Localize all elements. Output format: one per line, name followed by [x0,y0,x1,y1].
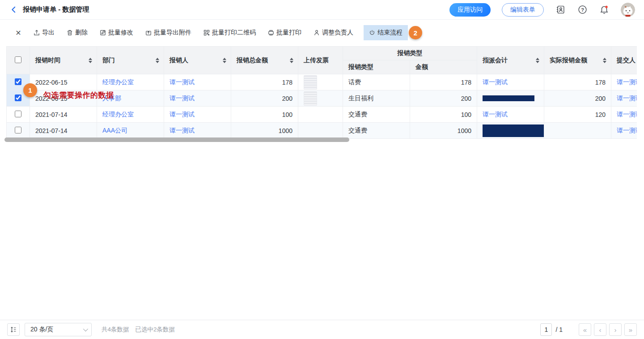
submitter-link[interactable]: 谭一测试 [617,78,637,86]
double-chevron-right-icon: » [629,326,632,333]
bulk-action-toolbar: ✕ 导出 批量修改 删除 批量修改 批量导出附件 批量打印二维码 [0,20,644,46]
cell-amount: 100 [410,107,477,123]
app-access-button[interactable]: 应用访问 [449,3,491,17]
power-icon [369,30,375,36]
last-page-button[interactable]: » [624,323,637,336]
row-checkbox[interactable] [15,78,21,85]
cell-date: 2021-07-14 [30,123,97,139]
submitter-link[interactable]: 谭一测试 [617,94,637,102]
column-header-type: 报销类型 [348,63,373,70]
column-header-amount: 金额 [415,63,428,70]
contacts-icon[interactable] [555,4,566,15]
batch-edit-button[interactable]: 批量修改 [98,25,135,40]
edit-form-button[interactable]: 编辑表单 [502,3,544,17]
total-pages: / 1 [555,326,563,333]
person-link[interactable]: 谭一测试 [169,127,195,134]
column-header-type-group: 报销类型 [398,49,423,56]
person-link[interactable]: 谭一测试 [169,94,195,102]
export-icon [34,30,40,36]
annotation-text: 勾选需要操作的数据 [43,90,114,100]
app-header: 报销申请单 - 数据管理 应用访问 编辑表单 ? [0,0,644,20]
page-title: 报销申请单 - 数据管理 [23,5,89,14]
chevron-left-icon: ‹ [599,326,602,333]
batch-print-button[interactable]: 批量打印 [266,25,303,40]
cell-actual-amount: 120 [544,107,611,123]
redacted-value [483,95,534,101]
chevron-right-icon: › [614,326,617,333]
invoice-thumbnail[interactable] [304,91,317,106]
person-link[interactable]: 谭一测试 [169,78,195,86]
column-header-submitter: 提交人 [617,56,636,64]
print-icon [268,30,274,36]
person-link[interactable]: 谭一测试 [169,111,195,118]
qrcode-icon [203,30,210,36]
submitter-link[interactable]: 谭一测试 [617,127,637,134]
column-header-accountant: 指派会计 [483,56,508,64]
redacted-value [483,124,544,137]
column-header-total-amount: 报销总金额 [237,56,268,64]
close-selection-button[interactable]: ✕ [15,29,22,37]
cell-total-amount: 200 [231,90,298,107]
batch-print-qrcode-button[interactable]: 批量打印二维码 [202,25,258,40]
cell-date: 2022-06-15 [30,74,97,90]
next-page-button[interactable]: › [609,323,622,336]
trash-icon [67,30,73,36]
cell-total-amount: 178 [231,74,298,90]
end-process-button[interactable]: 结束流程 [364,25,408,40]
selected-count: 已选中2条数据 [136,326,175,334]
sort-icon[interactable] [603,58,606,63]
sort-icon[interactable] [290,58,293,63]
column-header-person: 报销人 [169,56,188,64]
double-chevron-left-icon: « [583,326,587,333]
avatar[interactable] [621,3,635,17]
department-link[interactable]: 经理办公室 [102,111,134,118]
batch-export-attachments-button[interactable]: 批量导出附件 [144,25,193,40]
column-header-date: 报销时间 [35,56,60,64]
page-size-select[interactable]: 20 条/页 [25,323,92,336]
cell-date: 2021-07-14 [30,107,97,123]
help-icon[interactable]: ? [577,4,588,15]
department-link[interactable]: AAA公司 [102,127,127,134]
sort-icon[interactable] [89,58,92,63]
accountant-link[interactable]: 谭一测试 [483,78,508,86]
adjust-owner-button[interactable]: 调整负责人 [312,25,355,40]
total-count: 共4条数据 [102,326,129,334]
column-header-department: 部门 [102,56,115,64]
submitter-link[interactable]: 谭一测试 [617,111,637,118]
table-row: 2021-07-14 AAA公司 谭一测试 1000 交通费 1000 谭一测试 [7,123,637,139]
horizontal-scrollbar[interactable] [4,137,349,142]
column-header-actual-amount: 实际报销金额 [550,56,587,64]
back-icon[interactable] [10,6,17,13]
cell-total-amount: 100 [231,107,298,123]
cell-actual-amount: 200 [544,90,611,107]
delete-button[interactable]: 批量修改 删除 [65,25,89,40]
cell-amount: 178 [410,74,477,90]
row-checkbox[interactable] [15,94,21,101]
first-page-button[interactable]: « [579,323,591,336]
svg-text:?: ? [581,7,584,13]
accountant-link[interactable]: 谭一测试 [483,111,508,118]
current-page[interactable]: 1 [540,323,552,336]
export-button[interactable]: 导出 [32,25,56,40]
step-2-badge: 2 [409,26,422,39]
row-checkbox[interactable] [15,111,21,117]
department-link[interactable]: 经理办公室 [102,78,134,86]
row-checkbox[interactable] [15,127,21,133]
sort-icon[interactable] [223,58,226,63]
person-icon [314,30,320,36]
cell-actual-amount: 178 [544,74,611,90]
page: { "colors": { "accent_blue": "#1677ff", … [0,0,644,339]
table-row: 2021-07-14 经理办公室 谭一测试 100 交通费 100 谭一测试 1… [7,107,637,123]
cell-amount: 1000 [410,123,477,139]
cell-type: 交通费 [343,107,410,123]
notifications-icon[interactable] [599,4,610,15]
row-height-button[interactable] [7,323,20,336]
cell-type: 生日福利 [343,90,410,107]
sort-icon[interactable] [156,58,159,63]
select-all-checkbox[interactable] [15,56,21,63]
invoice-thumbnail[interactable] [304,75,317,90]
cell-amount: 200 [410,90,477,107]
table-row: 2022-06-15 经理办公室 谭一测试 178 话费 178 谭一测试 17… [7,74,637,90]
prev-page-button[interactable]: ‹ [594,323,606,336]
sort-icon[interactable] [536,58,539,63]
